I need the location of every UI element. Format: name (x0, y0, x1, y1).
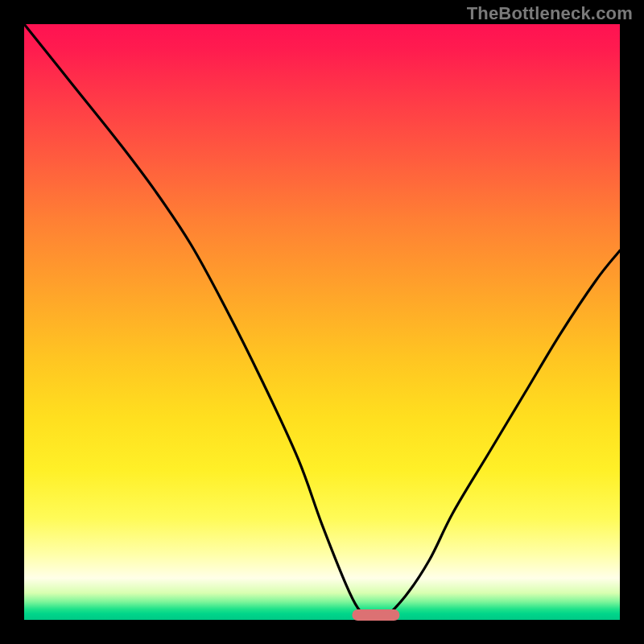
minimum-marker (352, 609, 399, 621)
curve-layer (24, 24, 620, 620)
bottleneck-curve (24, 24, 620, 620)
watermark-text: TheBottleneck.com (467, 3, 633, 24)
chart-frame: TheBottleneck.com (0, 0, 644, 644)
plot-area (24, 24, 620, 620)
